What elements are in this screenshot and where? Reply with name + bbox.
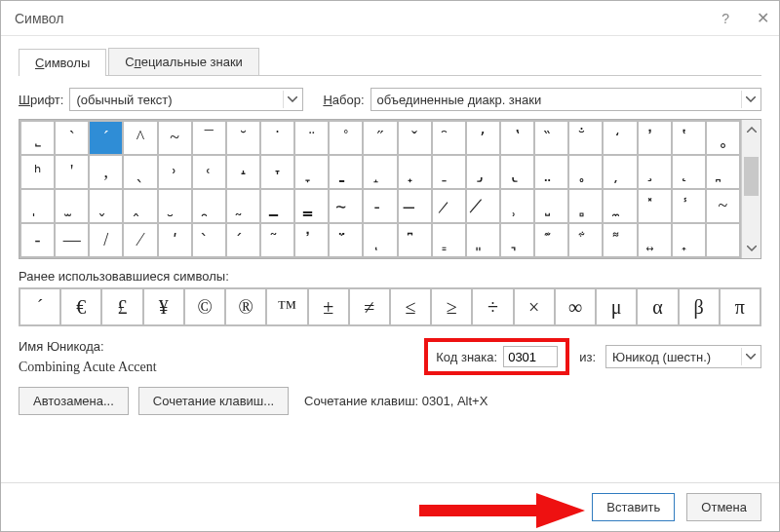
- insert-button[interactable]: Вставить: [592, 493, 675, 521]
- symbol-cell[interactable]: ,: [89, 155, 123, 189]
- recent-cell[interactable]: €: [60, 288, 101, 325]
- symbol-cell[interactable]: ̰: [226, 189, 260, 223]
- recent-cell[interactable]: ´: [20, 288, 60, 325]
- symbol-cell[interactable]: ̮: [158, 189, 192, 223]
- symbol-cell[interactable]: ̈́: [329, 223, 363, 257]
- recent-cell[interactable]: ≥: [431, 288, 472, 325]
- symbol-cell[interactable]: ̒: [603, 121, 637, 155]
- recent-cell[interactable]: ±: [308, 288, 349, 325]
- close-icon[interactable]: ✕: [757, 9, 769, 27]
- symbol-cell[interactable]: ̺: [534, 189, 568, 223]
- symbol-cell[interactable]: -: [20, 223, 55, 257]
- symbol-cell[interactable]: ͆: [398, 223, 432, 257]
- symbol-cell[interactable]: ~: [706, 189, 740, 223]
- symbol-cell[interactable]: ̏: [534, 121, 568, 155]
- symbol-cell[interactable]: ̓: [638, 121, 672, 155]
- symbol-cell[interactable]: ̑: [432, 121, 466, 155]
- recent-cell[interactable]: ∞: [555, 288, 596, 325]
- symbol-cell[interactable]: ˇ: [398, 121, 432, 155]
- symbol-cell[interactable]: ˒: [158, 155, 192, 189]
- set-combo[interactable]: объединенные диакр. знаки: [370, 88, 761, 111]
- symbol-cell[interactable]: ¨: [294, 121, 329, 155]
- recent-cell[interactable]: ≤: [390, 288, 431, 325]
- symbol-cell[interactable]: ͊: [534, 223, 568, 257]
- symbol-cell[interactable]: ̫: [55, 189, 89, 223]
- symbol-cell[interactable]: ˙: [260, 121, 294, 155]
- symbol-cell[interactable]: ̟: [398, 155, 432, 189]
- symbol-cell[interactable]: ̯: [192, 189, 226, 223]
- shortcut-button[interactable]: Сочетание клавиш...: [138, 387, 289, 415]
- symbol-cell[interactable]: ^: [123, 121, 157, 155]
- symbol-cell[interactable]: ∕: [123, 223, 157, 257]
- symbol-cell[interactable]: ̝: [363, 155, 397, 189]
- symbol-cell[interactable]: ̸: [466, 189, 500, 223]
- symbol-cell[interactable]: ̔: [672, 121, 706, 155]
- symbol-cell[interactable]: ̷: [432, 189, 466, 223]
- symbol-cell[interactable]: ̻: [568, 189, 603, 223]
- symbol-cell[interactable]: ˕: [260, 155, 294, 189]
- recent-cell[interactable]: ¥: [143, 288, 184, 325]
- recent-cell[interactable]: β: [679, 288, 720, 325]
- recent-cell[interactable]: £: [101, 288, 142, 325]
- symbol-cell[interactable]: ˓: [192, 155, 226, 189]
- recent-cell[interactable]: ≠: [349, 288, 390, 325]
- recent-cell[interactable]: ™: [266, 288, 307, 325]
- cancel-button[interactable]: Отмена: [686, 493, 761, 521]
- symbol-cell[interactable]: ¯: [192, 121, 226, 155]
- font-combo[interactable]: (обычный текст): [69, 88, 303, 111]
- symbol-cell[interactable]: `: [55, 121, 89, 155]
- symbol-cell[interactable]: ~: [158, 121, 192, 155]
- symbol-cell[interactable]: ̶: [398, 189, 432, 223]
- scroll-thumb[interactable]: [744, 157, 759, 196]
- symbol-cell[interactable]: ˚: [329, 121, 363, 155]
- symbol-cell[interactable]: ʽ: [500, 121, 534, 155]
- symbol-cell[interactable]: ˘: [226, 121, 260, 155]
- symbol-cell[interactable]: ̬: [89, 189, 123, 223]
- scrollbar[interactable]: [741, 120, 760, 258]
- symbol-cell[interactable]: ̢: [500, 155, 534, 189]
- symbol-cell[interactable]: ̹: [500, 189, 534, 223]
- symbol-cell[interactable]: ͂: [260, 223, 294, 257]
- symbol-cell[interactable]: ʹ: [158, 223, 192, 257]
- symbol-cell[interactable]: ʼ: [466, 121, 500, 155]
- autocorrect-button[interactable]: Автозамена...: [19, 387, 129, 415]
- recent-cell[interactable]: α: [637, 288, 678, 325]
- recent-cell[interactable]: μ: [596, 288, 637, 325]
- recent-grid[interactable]: ´€£¥©®™±≠≤≥÷×∞μαβπ: [19, 287, 761, 326]
- tab-special[interactable]: Специальные знаки: [108, 48, 259, 75]
- symbol-cell[interactable]: ̐: [568, 121, 603, 155]
- symbol-grid[interactable]: ˾`´^~¯˘˙¨˚˝ˇ̑ʼʽ̏̐̒̓̔˳ʰ',ˎ˒˓˔˕̡̢̧̞̱̝̟̠̤̥̦…: [20, 120, 741, 258]
- symbol-cell[interactable]: ͈: [466, 223, 500, 257]
- recent-cell[interactable]: ×: [514, 288, 555, 325]
- symbol-cell[interactable]: ̦: [603, 155, 637, 189]
- symbol-cell[interactable]: ̵: [363, 189, 397, 223]
- symbol-cell[interactable]: /: [89, 223, 123, 257]
- symbol-cell[interactable]: ̳: [294, 189, 329, 223]
- symbol-cell[interactable]: ´: [89, 121, 123, 155]
- symbol-cell[interactable]: ͍: [638, 223, 672, 257]
- symbol-cell[interactable]: ̱: [329, 155, 363, 189]
- symbol-cell[interactable]: ̧: [638, 155, 672, 189]
- symbol-cell[interactable]: ̩: [20, 189, 55, 223]
- symbol-cell[interactable]: ̴: [329, 189, 363, 223]
- symbol-cell[interactable]: ̼: [603, 189, 637, 223]
- symbol-cell[interactable]: ͌: [603, 223, 637, 257]
- symbol-cell[interactable]: ̨: [672, 155, 706, 189]
- symbol-cell[interactable]: ͅ: [363, 223, 397, 257]
- symbol-cell[interactable]: ̠: [432, 155, 466, 189]
- scroll-down-icon[interactable]: [742, 239, 760, 258]
- symbol-cell[interactable]: ̲: [260, 189, 294, 223]
- scroll-track[interactable]: [742, 139, 760, 239]
- help-icon[interactable]: ?: [722, 11, 729, 26]
- symbol-cell[interactable]: ˳: [706, 121, 740, 155]
- symbol-cell[interactable]: ': [55, 155, 89, 189]
- recent-cell[interactable]: ÷: [472, 288, 513, 325]
- symbol-cell[interactable]: ʰ: [20, 155, 55, 189]
- scroll-up-icon[interactable]: [742, 120, 760, 139]
- symbol-cell[interactable]: ͉: [500, 223, 534, 257]
- recent-cell[interactable]: ©: [184, 288, 225, 325]
- symbol-cell[interactable]: ̥: [568, 155, 603, 189]
- symbol-cell[interactable]: ́: [226, 223, 260, 257]
- recent-cell[interactable]: ®: [225, 288, 266, 325]
- symbol-cell[interactable]: ˎ: [123, 155, 157, 189]
